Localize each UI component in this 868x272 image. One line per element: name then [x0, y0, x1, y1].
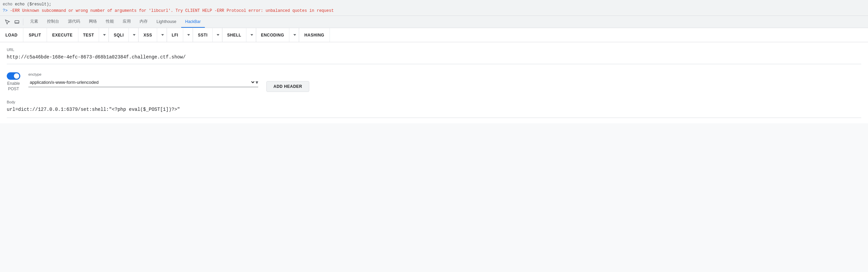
lfi-chevron-icon — [187, 34, 190, 36]
shell-group: SHELL — [222, 28, 256, 42]
encoding-dropdown[interactable] — [289, 28, 299, 42]
xss-group: XSS — [139, 28, 167, 42]
shell-dropdown[interactable] — [246, 28, 256, 42]
tab-memory[interactable]: 内存 — [136, 16, 152, 28]
lfi-group: LFI — [167, 28, 193, 42]
body-value[interactable]: url=dict://127.0.0.1:6379/set:shell:"<?p… — [7, 105, 861, 115]
device-icon — [14, 19, 20, 25]
error-text: -ERR Unknown subcommand or wrong number … — [10, 8, 334, 13]
url-separator — [7, 64, 861, 64]
body-section: Body url=dict://127.0.0.1:6379/set:shell… — [7, 97, 861, 118]
enctype-select[interactable]: application/x-www-form-urlencoded — [28, 79, 256, 85]
tab-network[interactable]: 网络 — [85, 16, 101, 28]
tab-divider — [23, 19, 23, 25]
devtools-tabs: 元素 控制台 源代码 网络 性能 应用 内存 Lighthouse HackBa… — [0, 16, 868, 28]
tab-performance[interactable]: 性能 — [102, 16, 118, 28]
post-section: Enable POST enctype application/x-www-fo… — [7, 70, 861, 97]
lfi-button[interactable]: LFI — [167, 28, 183, 42]
enctype-chevron-icon: ▾ — [256, 79, 258, 85]
cursor-icon — [5, 19, 10, 25]
split-button[interactable]: SPLIT — [23, 28, 47, 42]
body-label: Body — [7, 100, 861, 104]
enctype-section: enctype application/x-www-form-urlencode… — [28, 72, 258, 87]
enable-post-wrapper: Enable POST — [7, 72, 20, 92]
enable-post-label: Enable POST — [7, 81, 20, 92]
execute-button[interactable]: EXECUTE — [47, 28, 78, 42]
sqli-chevron-icon — [133, 34, 136, 36]
xss-dropdown[interactable] — [157, 28, 167, 42]
encoding-button[interactable]: ENCODING — [256, 28, 289, 42]
enctype-label: enctype — [28, 72, 258, 76]
tab-lighthouse[interactable]: Lighthouse — [152, 16, 180, 28]
content-area: URL http://c5a46bde-168e-4efc-8673-d68b1… — [0, 42, 868, 123]
svg-rect-0 — [15, 21, 19, 23]
tab-sources[interactable]: 源代码 — [64, 16, 84, 28]
tab-elements[interactable]: 元素 — [26, 16, 42, 28]
lfi-dropdown[interactable] — [183, 28, 193, 42]
sqli-group: SQLI — [109, 28, 139, 42]
shell-button[interactable]: SHELL — [222, 28, 246, 42]
url-value[interactable]: http://c5a46bde-168e-4efc-8673-d68b1a023… — [7, 53, 861, 63]
hackbar-toolbar: LOAD SPLIT EXECUTE TEST SQLI XSS LFI — [0, 28, 868, 42]
url-label: URL — [7, 48, 861, 52]
load-button[interactable]: LOAD — [0, 28, 23, 42]
tab-console[interactable]: 控制台 — [43, 16, 63, 28]
cursor-icon-btn[interactable] — [3, 17, 12, 27]
body-separator — [7, 118, 861, 118]
tab-application[interactable]: 应用 — [119, 16, 135, 28]
encoding-group: ENCODING — [256, 28, 299, 42]
enctype-select-wrapper: application/x-www-form-urlencoded ▾ — [28, 79, 258, 87]
add-header-button[interactable]: ADD HEADER — [266, 81, 309, 92]
sqli-button[interactable]: SQLI — [109, 28, 128, 42]
sqli-dropdown[interactable] — [128, 28, 138, 42]
tab-hackbar[interactable]: HackBar — [181, 16, 205, 28]
prompt-symbol: ?> — [3, 8, 7, 13]
ssti-chevron-icon — [217, 34, 219, 36]
enable-post-toggle[interactable] — [7, 72, 20, 80]
url-section: URL http://c5a46bde-168e-4efc-8673-d68b1… — [7, 48, 861, 64]
hashing-button[interactable]: HASHING — [299, 28, 330, 42]
test-group: TEST — [78, 28, 109, 42]
code-line: echo echo ($result); — [3, 1, 865, 8]
top-bar: echo echo ($result); ?> -ERR Unknown sub… — [0, 0, 868, 16]
device-icon-btn[interactable] — [12, 17, 22, 27]
test-chevron-icon — [103, 34, 106, 36]
xss-chevron-icon — [161, 34, 164, 36]
ssti-button[interactable]: SSTI — [193, 28, 212, 42]
code-dim: echo — [3, 2, 15, 7]
ssti-dropdown[interactable] — [212, 28, 222, 42]
tab-list: 元素 控制台 源代码 网络 性能 应用 内存 Lighthouse HackBa… — [26, 16, 205, 28]
test-dropdown[interactable] — [99, 28, 108, 42]
test-button[interactable]: TEST — [78, 28, 99, 42]
encoding-chevron-icon — [293, 34, 296, 36]
ssti-group: SSTI — [193, 28, 222, 42]
error-line: ?> -ERR Unknown subcommand or wrong numb… — [3, 8, 865, 14]
code-text: echo ($result); — [15, 2, 51, 7]
shell-chevron-icon — [250, 34, 253, 36]
xss-button[interactable]: XSS — [139, 28, 157, 42]
